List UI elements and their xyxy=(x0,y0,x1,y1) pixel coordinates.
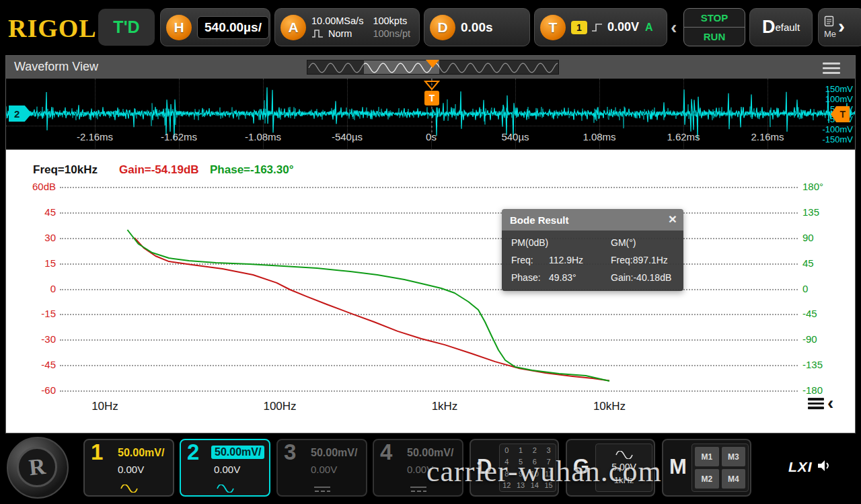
time-tick-label: 0s xyxy=(426,131,437,142)
channel4-number: 4 xyxy=(380,439,392,465)
channel2-button[interactable]: 2 50.00mV/ 0.00V xyxy=(180,439,270,497)
bode-grid-line xyxy=(60,314,798,315)
document-icon xyxy=(824,15,834,27)
digital-label: D xyxy=(477,455,492,479)
time-tick-label: 2.16ms xyxy=(751,131,784,142)
gain-axis-label: 0 xyxy=(21,283,56,294)
digital-bit-label: 9 xyxy=(519,470,523,478)
channel4-button[interactable]: 4 50.00mV/ 0.00V xyxy=(373,439,463,497)
pm-phase-row: Phase:49.83° xyxy=(511,272,611,283)
top-status-bar: RIGOL T'D H 540.00µs/ A 10.00MSa/s 100kp… xyxy=(0,0,861,55)
phase-axis-label: -90 xyxy=(802,333,817,345)
popup-header[interactable]: Bode Result × xyxy=(502,209,683,230)
rigol-emblem-icon: R xyxy=(28,454,46,480)
readout-phase: Phase=-163.30° xyxy=(210,163,293,177)
time-tick-label: 1.08ms xyxy=(583,131,615,142)
multifunction-knob[interactable]: R xyxy=(7,437,69,499)
ac-coupling-icon xyxy=(217,485,234,493)
channel3-number: 3 xyxy=(284,439,296,465)
stop-run-button[interactable]: STOP RUN xyxy=(683,8,745,46)
math-button[interactable]: M M1 M3 M2 M4 xyxy=(662,439,751,497)
bode-grid-line xyxy=(60,187,798,188)
trigger-group[interactable]: T 1 0.00V A xyxy=(534,8,667,46)
generator-button[interactable]: G 5.00V 1kHz xyxy=(566,439,655,497)
digital-bit-label: 0 xyxy=(504,446,509,454)
channel4-scale: 50.00mV/ xyxy=(407,447,453,459)
trigger-hollow-triangle xyxy=(424,80,440,91)
math-label: M xyxy=(669,455,687,479)
dc-coupling-icon xyxy=(410,486,427,493)
delay-badge: D xyxy=(430,15,455,40)
digital-bit-label: 1 xyxy=(519,446,523,454)
oscilloscope-screen: RIGOL T'D H 540.00µs/ A 10.00MSa/s 100kp… xyxy=(0,0,861,504)
channel1-button[interactable]: 1 50.00mV/ 0.00V xyxy=(83,439,174,497)
sample-rate: 10.00MSa/s xyxy=(311,15,363,26)
delay-value: 0.00s xyxy=(461,20,493,35)
time-tick-label: 540µs xyxy=(501,131,529,142)
bode-grid-line xyxy=(60,212,798,214)
run-label: RUN xyxy=(684,27,745,46)
acquire-mode: Norm xyxy=(328,28,352,39)
digital-bit-label: 12 xyxy=(502,481,511,489)
math-m2-button[interactable]: M2 xyxy=(695,469,719,489)
bode-grid-line xyxy=(60,263,798,265)
collapse-bars-icon xyxy=(808,396,824,411)
digital-bit-label: 8 xyxy=(504,470,509,478)
math-m4-button[interactable]: M4 xyxy=(722,469,746,489)
voltage-tick-label: -100mV xyxy=(822,124,853,134)
trigger-badge: T xyxy=(540,15,566,40)
timebase-value: 540.00µs/ xyxy=(197,16,269,39)
acquire-group[interactable]: A 10.00MSa/s 100kpts Norm 100ns/pt xyxy=(274,8,420,46)
channel1-offset: 0.00V xyxy=(118,464,144,475)
math-m1-button[interactable]: M1 xyxy=(695,447,719,466)
phase-axis-label: 45 xyxy=(802,257,814,269)
nav-right-chevron[interactable]: › xyxy=(838,15,845,38)
freq-axis-label: 10Hz xyxy=(91,400,118,413)
digital-bit-label: 5 xyxy=(519,458,523,466)
close-icon[interactable]: × xyxy=(669,211,677,227)
trigger-mode: A xyxy=(645,22,653,34)
gain-axis-label: 30 xyxy=(21,232,56,243)
digital-bit-label: 7 xyxy=(547,458,551,466)
digital-bit-grid: 0123456789101112131415 xyxy=(499,444,556,492)
gain-axis-label: 45 xyxy=(21,206,56,218)
channel2-offset: 0.00V xyxy=(214,464,240,475)
time-tick-label: -1.08ms xyxy=(245,131,281,142)
measure-label: Me xyxy=(824,29,836,39)
gain-axis-label: -15 xyxy=(21,308,56,319)
freq-axis-label: 1kHz xyxy=(432,400,458,413)
trigger-status[interactable]: T'D xyxy=(98,9,155,46)
default-button[interactable]: D efault xyxy=(749,8,813,46)
gain-axis-label: 60dB xyxy=(21,181,56,192)
digital-bit-label: 3 xyxy=(547,446,551,454)
trigger-source-badge: 1 xyxy=(571,21,587,34)
horizontal-group[interactable]: H 540.00µs/ xyxy=(160,8,270,46)
window-title: Waveform View xyxy=(14,60,98,74)
digital-bit-label: 4 xyxy=(504,458,509,466)
time-resolution: 100ns/pt xyxy=(373,28,410,39)
math-m3-button[interactable]: M3 xyxy=(722,447,746,466)
square-wave-icon xyxy=(311,30,325,38)
bode-result-popup: Bode Result × PM(0dB) GM(°) Freq:112.9Hz… xyxy=(502,209,683,291)
collapse-chevron-icon: ‹ xyxy=(827,396,833,410)
trigger-flag[interactable]: T xyxy=(424,91,439,106)
bottom-channel-bar: R 1 50.00mV/ 0.00V 2 50.00mV/ 0.00V 3 50… xyxy=(0,433,861,504)
speaker-icon[interactable] xyxy=(817,459,833,472)
ac-coupling-icon xyxy=(120,485,138,493)
voltage-tick-label: 100mV xyxy=(822,94,853,104)
digital-channels-button[interactable]: D 0123456789101112131415 xyxy=(470,439,559,497)
time-tick-label: -540µs xyxy=(332,131,363,142)
gm-freq-row: Freq:897.1Hz xyxy=(611,255,674,265)
nav-left-chevron[interactable]: ‹ xyxy=(671,17,677,38)
overview-trigger-marker[interactable] xyxy=(426,60,439,68)
channel3-button[interactable]: 3 50.00mV/ 0.00V xyxy=(276,439,367,497)
menu-icon[interactable] xyxy=(823,62,840,77)
bode-grid-line xyxy=(60,390,798,392)
waveform-overview-strip[interactable] xyxy=(307,60,559,75)
delay-group[interactable]: D 0.00s xyxy=(424,8,530,46)
bode-grid-line xyxy=(60,289,798,290)
freq-axis-label: 100Hz xyxy=(263,400,296,413)
channel1-scale: 50.00mV/ xyxy=(118,447,164,459)
trigger-level-value: 0.00V xyxy=(607,20,639,34)
results-collapse-button[interactable]: ‹ xyxy=(808,396,833,411)
